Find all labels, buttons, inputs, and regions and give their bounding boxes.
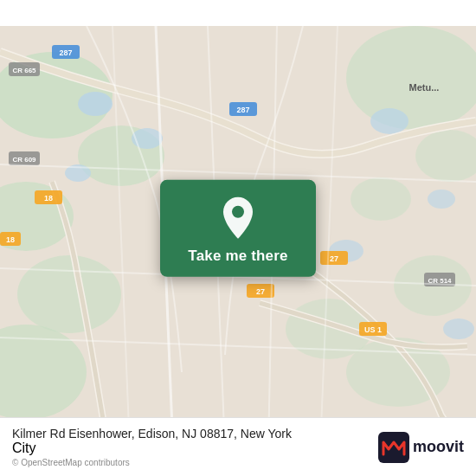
moovit-icon (378, 432, 409, 463)
svg-text:18: 18 (6, 235, 15, 244)
take-me-there-button[interactable]: Take me there (188, 248, 287, 265)
svg-point-15 (370, 108, 408, 134)
svg-text:CR 609: CR 609 (12, 156, 36, 164)
svg-text:18: 18 (44, 194, 53, 203)
address-block: Kilmer Rd Eisenhower, Edison, NJ 08817, … (12, 427, 292, 467)
svg-text:27: 27 (256, 287, 265, 296)
svg-text:Metu...: Metu... (409, 82, 440, 93)
location-card: Take me there (160, 180, 316, 277)
svg-point-50 (232, 206, 244, 218)
svg-point-8 (351, 177, 411, 221)
map-container: 287 287 27 27 US 1 18 18 CR 665 CR 609 (0, 0, 476, 476)
openstreetmap-credit: © OpenStreetMap contributors (12, 458, 292, 467)
svg-text:US 1: US 1 (364, 325, 382, 334)
svg-point-4 (17, 255, 121, 333)
svg-point-12 (78, 92, 113, 116)
svg-text:27: 27 (330, 254, 338, 263)
bottom-bar: Kilmer Rd Eisenhower, Edison, NJ 08817, … (0, 417, 476, 476)
svg-point-16 (428, 190, 455, 209)
svg-text:CR 665: CR 665 (12, 67, 36, 74)
svg-point-18 (443, 318, 474, 339)
svg-text:287: 287 (236, 106, 249, 114)
svg-text:287: 287 (59, 48, 72, 57)
address-line: Kilmer Rd Eisenhower, Edison, NJ 08817, … (12, 427, 292, 441)
city-line: City (12, 441, 292, 456)
location-pin-icon (219, 196, 257, 241)
moovit-brand-text: moovit (413, 438, 464, 456)
moovit-logo: moovit (378, 432, 464, 463)
